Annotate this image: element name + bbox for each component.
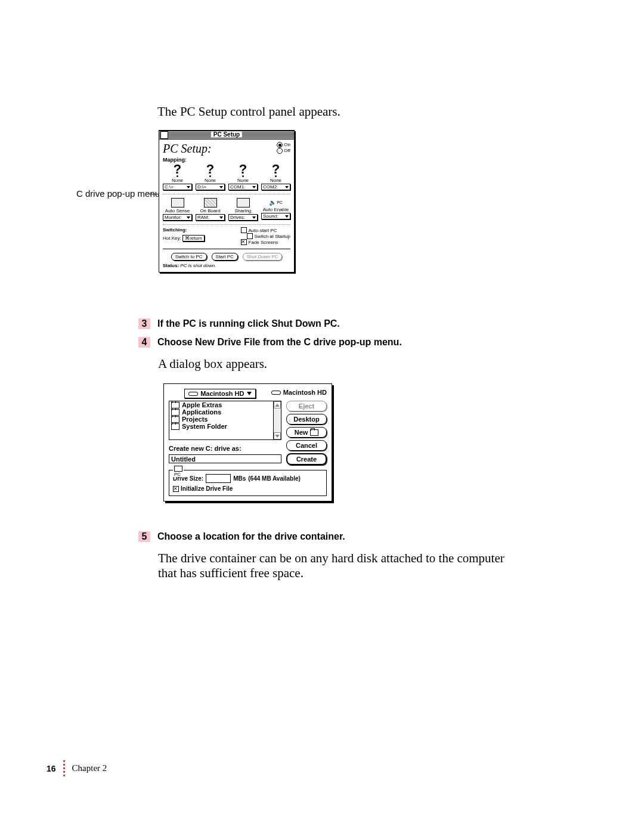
window-title: PC Setup [211,131,242,138]
switch-to-pc-button[interactable]: Switch to PC [171,253,207,261]
scroll-up-arrow[interactable] [274,401,281,408]
autosense-label: Auto Sense [165,208,190,213]
scroll-down-arrow[interactable] [274,432,281,439]
none-label: None [270,178,281,183]
sharing-label: Sharing [235,208,252,213]
page-number: 16 [47,764,56,773]
save-dialog: Macintosh HD Macintosh HD Apple Extras A… [163,383,332,501]
hotkey-label: Hot Key: [163,236,181,241]
ram-icon [204,198,217,208]
step-4-body: A dialog box appears. [158,357,267,371]
list-item[interactable]: Apple Extras [169,401,281,408]
list-item[interactable]: Projects [169,416,281,423]
fade-screens-checkbox[interactable]: Fade Screens [241,239,290,245]
question-mark-icon: ? [206,164,214,175]
shut-down-pc-button[interactable]: Shut Down PC [243,253,282,261]
on-label: On [284,142,290,148]
none-label: None [205,178,216,183]
available-label: (644 MB Available) [248,475,301,482]
mapping-label: Mapping: [163,157,290,163]
switch-startup-checkbox[interactable]: Switch at Startup [247,233,290,239]
directory-popup[interactable]: Macintosh HD [184,389,255,398]
none-label: None [237,178,249,183]
monitor-icon [171,198,184,208]
onboard-label: On Board [200,208,220,213]
com2-popup[interactable]: COM2: [261,184,290,190]
question-mark-icon: ? [174,164,181,175]
step-3-number: 3 [138,318,150,329]
settings-row: Auto Sense Monitor: On Board RAM: Sharin… [163,198,290,225]
page-footer: 16 Chapter 2 [47,760,107,776]
drives-popup[interactable]: Drives: [228,214,258,221]
desktop-button[interactable]: Desktop [286,414,327,425]
sound-popup[interactable]: Sound: [261,213,290,219]
new-folder-button[interactable]: New [286,427,327,438]
pc-setup-window: PC Setup PC Setup: On Off Mapping: ? Non… [159,130,295,272]
file-list[interactable]: Apple Extras Applications Projects Syste… [169,401,281,440]
d-drive-popup[interactable]: D:\> [196,184,225,190]
step-5: 5Choose a location for the drive contain… [138,531,345,542]
start-pc-button[interactable]: Start PC [212,253,238,261]
on-radio[interactable]: On [277,142,290,148]
switching-label: Switching: [163,227,205,233]
folder-icon [310,429,318,436]
step-4-text: Choose New Drive File from the C drive p… [157,337,402,347]
step-4: 4Choose New Drive File from the C drive … [138,337,402,348]
off-label: Off [284,148,290,154]
c-drive-popup[interactable]: C:\> [163,184,192,190]
chevron-down-icon [247,392,252,395]
question-mark-icon: ? [239,164,247,175]
step-3: 3If the PC is running click Shut Down PC… [138,318,340,329]
volume-name: Macintosh HD [271,389,327,396]
intro-text: The PC Setup control panel appears. [157,104,340,119]
drive-size-input[interactable] [206,474,231,483]
pc-icon: PC [173,466,184,477]
ram-popup[interactable]: RAM: [196,214,225,221]
step-5-number: 5 [138,531,150,542]
eject-button[interactable]: Eject [286,401,327,411]
monitor-popup[interactable]: Monitor: [163,214,192,221]
off-radio[interactable]: Off [277,148,290,154]
status-line: Status: PC is shut down. [163,263,290,268]
folder-icon [171,423,179,430]
step-4-number: 4 [138,337,150,348]
close-box[interactable] [160,131,168,139]
footer-dots-icon [63,760,65,776]
create-button[interactable]: Create [286,453,327,465]
list-item[interactable]: System Folder [169,423,281,430]
list-item[interactable]: Applications [169,408,281,416]
filename-input[interactable]: Untitled [169,454,281,463]
mapping-row: ? None C:\> ? None D:\> ? None COM1: ? N… [163,164,290,194]
panel-title: PC Setup: [163,142,212,156]
disk-icon [188,392,198,396]
step-5-body: The drive container can be on any hard d… [158,551,516,581]
pc-drive-frame: PC Drive Size: MBs (644 MB Available) In… [169,470,327,496]
cancel-button[interactable]: Cancel [286,440,327,451]
question-mark-icon: ? [272,164,280,175]
pc-setup-titlebar: PC Setup [159,131,294,140]
disk-icon [271,391,281,395]
auto-start-checkbox[interactable]: Auto-start PC [241,227,290,233]
sharing-icon [237,198,250,208]
step-5-text: Choose a location for the drive containe… [157,531,345,541]
speaker-pc-icon: 🔉PC [269,198,283,206]
c-drive-callout: C drive pop-up menu [76,188,160,199]
list-scrollbar[interactable] [273,401,281,439]
hotkey-field[interactable]: ⌘return [182,235,205,241]
com1-popup[interactable]: COM1: [228,184,258,190]
chapter-label: Chapter 2 [72,763,107,773]
mbs-label: MBs [233,475,246,482]
step-3-text: If the PC is running click Shut Down PC. [157,318,340,329]
autoenable-label: Auto Enable [263,207,289,212]
initialize-checkbox[interactable]: Initialize Drive File [173,485,323,492]
none-label: None [172,178,183,183]
